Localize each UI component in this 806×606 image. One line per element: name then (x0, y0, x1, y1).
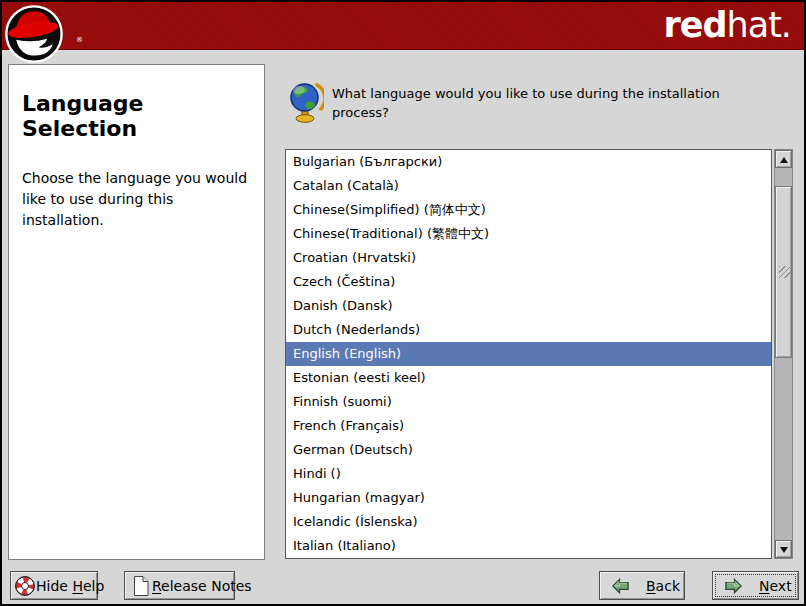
lifebuoy-icon (14, 575, 36, 597)
language-item[interactable]: Danish (Dansk) (286, 294, 771, 318)
question-text: What language would you like to use duri… (332, 85, 732, 123)
help-text-line1: Choose the language you would (22, 170, 247, 186)
globe-icon (288, 80, 324, 124)
question-line1: What language would you like to use duri… (332, 86, 720, 101)
language-item[interactable]: German (Deutsch) (286, 438, 771, 462)
language-item[interactable]: Dutch (Nederlands) (286, 318, 771, 342)
language-item[interactable]: Chinese(Simplified) (简体中文) (286, 198, 771, 222)
language-item[interactable]: Finnish (suomi) (286, 390, 771, 414)
language-item[interactable]: French (Français) (286, 414, 771, 438)
installer-window: redhat. ® Language Selection Choose the … (0, 0, 806, 606)
scroll-up-button[interactable] (775, 150, 792, 168)
page-title: Language Selection (22, 91, 251, 141)
help-text: Choose the language you would like to us… (22, 168, 251, 231)
language-item[interactable]: Czech (Čeština) (286, 270, 771, 294)
scrollbar[interactable] (774, 149, 793, 559)
question-line2: process? (332, 105, 389, 120)
scroll-up-icon (780, 157, 788, 163)
help-panel: Language Selection Choose the language y… (8, 64, 265, 560)
language-item[interactable]: Italian (Italiano) (286, 534, 771, 558)
language-list: Bulgarian (Български)Catalan (Català)Chi… (285, 149, 772, 559)
language-item[interactable]: Bulgarian (Български) (286, 150, 771, 174)
next-label: Next (759, 578, 792, 594)
hide-help-button[interactable]: Hide Help (10, 571, 98, 600)
scrollbar-grip (779, 266, 790, 278)
registered-trademark: ® (76, 36, 83, 44)
release-notes-button[interactable]: Release Notes (124, 571, 235, 600)
language-item[interactable]: Hungarian (magyar) (286, 486, 771, 510)
language-item[interactable]: Chinese(Traditional) (繁體中文) (286, 222, 771, 246)
back-button[interactable]: Back (599, 571, 685, 600)
language-item[interactable]: Icelandic (Íslenska) (286, 510, 771, 534)
scroll-down-button[interactable] (775, 540, 792, 558)
help-text-line2: like to use during this installation. (22, 191, 173, 228)
app-header: redhat. (2, 2, 804, 50)
next-button[interactable]: Next (712, 571, 799, 600)
language-item[interactable]: Hindi () (286, 462, 771, 486)
arrow-right-icon (724, 577, 743, 595)
wordmark-bold: red (663, 5, 726, 45)
language-list-container: Bulgarian (Български)Catalan (Català)Chi… (285, 149, 793, 559)
back-label: Back (646, 578, 680, 594)
document-icon (130, 575, 152, 597)
scrollbar-thumb[interactable] (775, 186, 792, 358)
wordmark-regular: hat. (727, 5, 791, 45)
language-item[interactable]: Catalan (Català) (286, 174, 771, 198)
shadowman-logo (4, 4, 64, 64)
hide-help-label: Hide Help (36, 578, 104, 594)
scroll-down-icon (780, 547, 788, 553)
arrow-left-icon (611, 577, 630, 595)
language-item-selected[interactable]: English (English) (286, 342, 771, 366)
redhat-wordmark: redhat. (663, 5, 791, 45)
language-item[interactable]: Estonian (eesti keel) (286, 366, 771, 390)
release-notes-label: Release Notes (152, 578, 252, 594)
language-item[interactable]: Croatian (Hrvatski) (286, 246, 771, 270)
